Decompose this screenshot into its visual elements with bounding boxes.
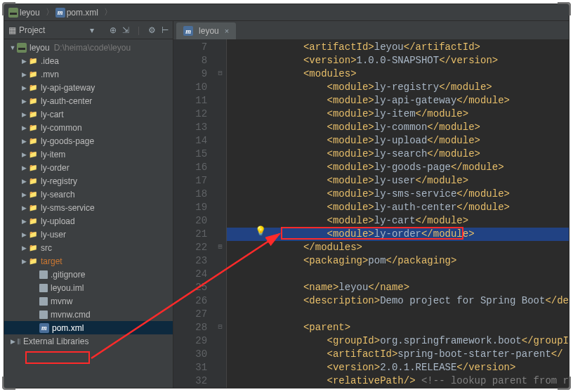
code-line[interactable]: <module>ly-sms-service</module> bbox=[227, 188, 569, 201]
code-line[interactable]: <description>Demo project for Spring Boo… bbox=[227, 294, 569, 308]
tree-item[interactable]: ▶📁ly-common bbox=[4, 121, 173, 134]
tree-item[interactable]: ▶📁ly-order bbox=[4, 161, 173, 174]
tree-item[interactable]: ▶📁src bbox=[4, 241, 173, 254]
crumb-root[interactable]: leyou bbox=[20, 8, 40, 18]
code-line[interactable]: <module>ly-auth-center</module> bbox=[227, 201, 569, 214]
collapse-icon[interactable]: ⇲ bbox=[122, 25, 129, 35]
code-line[interactable]: <module>ly-order</module> bbox=[227, 228, 569, 241]
code-area[interactable]: <artifactId>leyou</artifactId> <version>… bbox=[227, 39, 569, 388]
project-tree[interactable]: ▼▬leyouD:\heima\code\leyou▶📁.idea▶📁.mvn▶… bbox=[4, 39, 173, 388]
intention-bulb-icon[interactable]: 💡 bbox=[255, 226, 265, 235]
code-line[interactable]: <module>ly-item</module> bbox=[227, 107, 569, 121]
gutter-line-numbers: 7891011121314151617181920212223242526272… bbox=[173, 39, 214, 388]
project-icon: ▦ bbox=[8, 25, 16, 35]
target-icon[interactable]: ⊕ bbox=[110, 25, 117, 35]
tree-item[interactable]: ▶📁ly-api-gateway bbox=[4, 81, 173, 94]
tab-label: leyou bbox=[199, 26, 219, 36]
code-line[interactable]: </modules> bbox=[227, 241, 569, 254]
code-line[interactable]: <modules> bbox=[227, 67, 569, 81]
tree-item[interactable]: ▶📁ly-sms-service bbox=[4, 201, 173, 214]
tree-item[interactable]: .gitignore bbox=[4, 268, 173, 281]
editor: m leyou × 789101112131415161718192021222… bbox=[173, 21, 569, 388]
code-line[interactable]: <parent> bbox=[227, 321, 569, 334]
code-line[interactable]: <version>2.0.1.RELEASE</version> bbox=[227, 361, 569, 374]
gutter-fold[interactable]: ⊟⊞⊟ bbox=[214, 39, 227, 388]
breadcrumb[interactable]: ▬ leyou 〉 m pom.xml 〉 bbox=[4, 4, 569, 21]
code-line[interactable]: <module>ly-cart</module> bbox=[227, 214, 569, 228]
code-line[interactable]: <artifactId>spring-boot-starter-parent</ bbox=[227, 348, 569, 361]
tree-item[interactable]: mvnw.cmd bbox=[4, 308, 173, 321]
tree-item[interactable]: ▶📁ly-item bbox=[4, 148, 173, 161]
project-sidebar: ▦ Project ▾ ⊕ ⇲ | ⚙ ⊢ ▼▬leyouD:\heima\co… bbox=[4, 21, 173, 388]
gear-icon[interactable]: ⚙ bbox=[148, 25, 156, 35]
dropdown-icon[interactable]: ▾ bbox=[90, 25, 94, 35]
code-line[interactable]: <module>ly-user</module> bbox=[227, 174, 569, 188]
tree-item[interactable]: ▶📁ly-registry bbox=[4, 174, 173, 188]
maven-icon: m bbox=[55, 8, 65, 18]
code-line[interactable]: <module>ly-registry</module> bbox=[227, 81, 569, 94]
code-line[interactable]: <packaging>pom</packaging> bbox=[227, 254, 569, 268]
tree-item[interactable]: mpom.xml bbox=[4, 321, 173, 334]
code-line[interactable]: <version>1.0.0-SNAPSHOT</version> bbox=[227, 54, 569, 67]
project-title[interactable]: Project bbox=[19, 25, 45, 35]
maven-icon: m bbox=[183, 26, 193, 36]
tree-item[interactable]: ▶📁target bbox=[4, 254, 173, 268]
code-line[interactable]: <groupId>org.springframework.boot</group… bbox=[227, 334, 569, 348]
editor-tabs: m leyou × bbox=[173, 21, 569, 39]
tree-item[interactable]: ▶📁ly-goods-page bbox=[4, 134, 173, 148]
code-line[interactable]: <module>ly-upload</module> bbox=[227, 134, 569, 148]
hide-icon[interactable]: ⊢ bbox=[162, 25, 169, 35]
tree-item[interactable]: ▶📁ly-auth-center bbox=[4, 94, 173, 107]
tree-ext-lib[interactable]: ▶⫴External Libraries bbox=[4, 334, 173, 348]
code-line[interactable]: <artifactId>leyou</artifactId> bbox=[227, 41, 569, 54]
code-line[interactable]: <module>ly-common</module> bbox=[227, 121, 569, 134]
code-line[interactable]: <module>ly-api-gateway</module> bbox=[227, 94, 569, 107]
tree-item[interactable]: ▶📁ly-cart bbox=[4, 107, 173, 121]
crumb-file[interactable]: pom.xml bbox=[67, 8, 98, 18]
tree-item[interactable]: ▶📁.idea bbox=[4, 54, 173, 67]
tree-item[interactable]: ▶📁.mvn bbox=[4, 67, 173, 81]
code-line[interactable]: <name>leyou</name> bbox=[227, 281, 569, 294]
tree-item[interactable]: ▶📁ly-search bbox=[4, 188, 173, 201]
tree-item[interactable]: ▶📁ly-user bbox=[4, 228, 173, 241]
code-line[interactable] bbox=[227, 268, 569, 281]
tree-item[interactable]: ▶📁ly-upload bbox=[4, 214, 173, 228]
tab-leyou[interactable]: m leyou × bbox=[176, 22, 236, 39]
tree-root[interactable]: ▼▬leyouD:\heima\code\leyou bbox=[4, 41, 173, 54]
close-icon[interactable]: × bbox=[225, 27, 229, 35]
code-line[interactable]: <relativePath/> <!-- lookup parent from … bbox=[227, 374, 569, 388]
code-line[interactable]: <module>ly-goods-page</module> bbox=[227, 161, 569, 174]
code-line[interactable]: <module>ly-search</module> bbox=[227, 148, 569, 161]
tree-item[interactable]: leyou.iml bbox=[4, 281, 173, 294]
code-line[interactable] bbox=[227, 308, 569, 321]
tree-item[interactable]: mvnw bbox=[4, 294, 173, 308]
